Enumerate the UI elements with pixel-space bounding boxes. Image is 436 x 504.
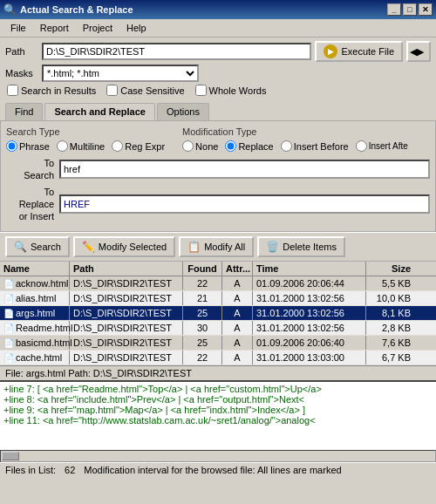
menu-help[interactable]: Help — [119, 21, 153, 35]
file-time: 31.01.2000 13:02:56 — [253, 291, 366, 305]
file-found: 21 — [183, 291, 222, 305]
list-header: Name Path Found Attr... Time Size — [0, 262, 436, 276]
table-row[interactable]: 📄 alias.html D:\S_DIR\SDIR2\TEST 21 A 31… — [0, 291, 436, 306]
file-attr: A — [222, 336, 253, 350]
tab-options[interactable]: Options — [157, 103, 209, 120]
search-btn-label: Search — [31, 242, 61, 252]
extra-button[interactable]: ◀▶ — [406, 41, 431, 62]
file-name: 📄 cache.html — [0, 351, 70, 364]
radio-phrase-input[interactable] — [6, 140, 17, 152]
table-row[interactable]: 📄 args.html D:\S_DIR\SDIR2\TEST 25 A 31.… — [0, 306, 436, 321]
file-path: D:\S_DIR\SDIR2\TEST — [70, 276, 183, 290]
file-time: 31.01.2000 13:03:00 — [253, 351, 366, 364]
search-replace-panel: Search Type Phrase Multiline Reg Expr Mo… — [0, 121, 436, 232]
file-attr: A — [222, 276, 253, 290]
radio-multiline[interactable]: Multiline — [57, 140, 105, 152]
options-row: Search in Results Case Sensitive Whole W… — [5, 85, 431, 96]
radio-regexp-input[interactable] — [112, 140, 123, 152]
file-path: D:\S_DIR\SDIR2\TEST — [70, 351, 183, 364]
action-bar: 🔍 Search ✏️ Modify Selected 📋 Modify All… — [0, 232, 436, 262]
masks-label: Masks — [5, 68, 38, 78]
menu-file[interactable]: File — [3, 21, 33, 35]
preview-line: +line 8: <a href="include.html">Prev</a>… — [3, 394, 433, 405]
tab-find[interactable]: Find — [5, 103, 43, 120]
table-row[interactable]: 📄 cache.html D:\S_DIR\SDIR2\TEST 22 A 31… — [0, 351, 436, 365]
preview-header: File: args.html Path: D:\S_DIR\SDIR2\TES… — [0, 365, 436, 380]
preview-line: +line 9: <a href="map.html">Map</a> | <a… — [3, 405, 433, 415]
to-search-label: ToSearch — [6, 157, 54, 182]
masks-row: Masks *.html; *.htm — [5, 65, 431, 82]
table-row[interactable]: 📄 basicmd.html D:\S_DIR\SDIR2\TEST 25 A … — [0, 336, 436, 351]
radio-insert-after-input[interactable] — [356, 140, 367, 152]
whole-words-input[interactable] — [195, 85, 207, 96]
file-size: 8,1 KB — [366, 306, 414, 320]
file-list: Name Path Found Attr... Time Size 📄 ackn… — [0, 262, 436, 365]
toolbar: Path ▶ Execute File ◀▶ Masks *.html; *.h… — [0, 37, 436, 99]
close-button[interactable]: ✕ — [419, 3, 433, 16]
window-controls: _ □ ✕ — [387, 3, 433, 16]
table-row[interactable]: 📄 Readme.html D:\S_DIR\SDIR2\TEST 30 A 3… — [0, 321, 436, 336]
minimize-button[interactable]: _ — [387, 3, 401, 16]
tab-search-replace[interactable]: Search and Replace — [44, 103, 155, 120]
path-label: Path — [5, 46, 38, 57]
horizontal-scrollbar[interactable] — [0, 450, 436, 462]
tabs-bar: Find Search and Replace Options — [0, 99, 436, 121]
menu-report[interactable]: Report — [33, 21, 76, 35]
search-type-label: Search Type — [6, 126, 165, 137]
file-rows: 📄 acknow.html D:\S_DIR\SDIR2\TEST 22 A 0… — [0, 276, 436, 365]
modify-selected-button[interactable]: ✏️ Modify Selected — [73, 236, 175, 257]
status-message: Modification interval for the browsed fi… — [84, 465, 341, 475]
radio-phrase[interactable]: Phrase — [6, 140, 50, 152]
col-header-found: Found — [183, 262, 222, 276]
file-attr: A — [222, 351, 253, 364]
delete-items-button[interactable]: 🗑️ Delete Items — [257, 236, 345, 257]
status-bar: Files in List: 62 Modification interval … — [0, 462, 436, 477]
file-found: 22 — [183, 351, 222, 364]
preview-area: +line 7: [ <a href="Readme.html">Top</a>… — [0, 380, 436, 450]
search-icon: 🔍 — [14, 241, 27, 253]
execute-button[interactable]: ▶ Execute File — [315, 41, 403, 62]
modification-type-radios: None Replace Insert Before Insert Afte — [182, 140, 408, 152]
path-input[interactable] — [42, 43, 311, 60]
modify-all-button[interactable]: 📋 Modify All — [179, 236, 254, 257]
search-type-group: Search Type Phrase Multiline Reg Expr — [6, 126, 165, 152]
to-replace-input[interactable] — [59, 194, 430, 214]
whole-words-label: Whole Words — [209, 85, 267, 96]
radio-none-input[interactable] — [182, 140, 194, 152]
to-search-input[interactable] — [59, 160, 430, 179]
maximize-button[interactable]: □ — [403, 3, 417, 16]
case-sensitive-checkbox[interactable]: Case Sensitive — [106, 85, 184, 96]
radio-regexp[interactable]: Reg Expr — [112, 140, 165, 152]
radio-insert-before-label: Insert Before — [294, 141, 349, 152]
radio-phrase-label: Phrase — [19, 141, 50, 152]
whole-words-checkbox[interactable]: Whole Words — [195, 85, 267, 96]
menu-bar: File Report Project Help — [0, 19, 436, 37]
radio-insert-before-input[interactable] — [281, 140, 292, 152]
radio-insert-after[interactable]: Insert Afte — [356, 140, 408, 152]
radio-insert-before[interactable]: Insert Before — [281, 140, 349, 152]
file-attr: A — [222, 291, 253, 305]
radio-multiline-input[interactable] — [57, 140, 68, 152]
file-icon: 📄 — [3, 353, 14, 363]
masks-select[interactable]: *.html; *.htm — [42, 65, 199, 82]
search-in-results-checkbox[interactable]: Search in Results — [7, 85, 96, 96]
app-title: Actual Search & Replace — [20, 4, 133, 15]
file-icon: 📄 — [3, 324, 14, 333]
preview-header-text: File: args.html Path: D:\S_DIR\SDIR2\TES… — [5, 368, 192, 378]
radio-replace-input[interactable] — [225, 140, 236, 152]
col-header-path: Path — [70, 262, 183, 276]
file-icon: 📄 — [3, 338, 14, 348]
case-sensitive-input[interactable] — [106, 85, 118, 96]
radio-replace[interactable]: Replace — [225, 140, 273, 152]
search-in-results-input[interactable] — [7, 85, 18, 96]
radio-none[interactable]: None — [182, 140, 218, 152]
file-name: 📄 basicmd.html — [0, 336, 70, 350]
modify-selected-icon: ✏️ — [82, 241, 95, 253]
menu-project[interactable]: Project — [76, 21, 119, 35]
table-row[interactable]: 📄 acknow.html D:\S_DIR\SDIR2\TEST 22 A 0… — [0, 276, 436, 291]
preview-line: +line 7: [ <a href="Readme.html">Top</a>… — [3, 384, 433, 394]
app-icon: 🔍 — [3, 3, 17, 16]
search-button[interactable]: 🔍 Search — [5, 236, 70, 257]
file-time: 01.09.2006 20:06:40 — [253, 336, 366, 350]
scroll-thumb[interactable] — [2, 452, 19, 460]
